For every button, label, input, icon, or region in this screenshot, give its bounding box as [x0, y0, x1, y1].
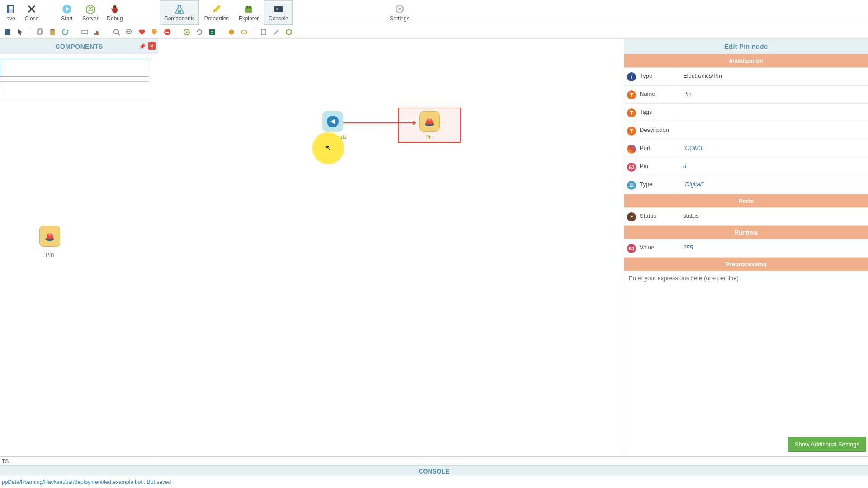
chart-icon[interactable] [92, 27, 102, 37]
prop-label: Pin [637, 158, 679, 176]
prop-value[interactable]: status [679, 208, 868, 225]
prop-row-status[interactable]: ✶ Status status [624, 208, 868, 226]
hex-icon[interactable] [284, 27, 294, 37]
refresh-icon[interactable] [60, 27, 70, 37]
prop-row-description[interactable]: T Description [624, 122, 868, 140]
paste-icon[interactable] [47, 27, 57, 37]
svg-rect-13 [178, 10, 181, 13]
prop-value[interactable] [679, 104, 868, 122]
svg-point-10 [113, 5, 116, 8]
prop-value[interactable]: 255 [679, 239, 868, 257]
svg-marker-29 [67, 29, 69, 32]
graph-canvas[interactable]: Commands Pin ↖ [158, 39, 624, 456]
excel-icon[interactable]: X [207, 27, 217, 37]
console-log-line: ppData/Roaming/Hackeet/usr/deployment/le… [0, 476, 868, 488]
prop-label: Port [637, 140, 679, 158]
target-icon[interactable] [182, 27, 192, 37]
strip-icon-1[interactable] [3, 27, 13, 37]
tab-explorer[interactable]: Explorer [234, 0, 263, 25]
copy-icon[interactable] [35, 27, 45, 37]
prop-value[interactable]: "COM3" [679, 140, 868, 158]
desc-row-icon: T [627, 127, 636, 136]
prop-value[interactable]: Pin [679, 86, 868, 103]
properties-title-text: Edit Pin node [725, 43, 768, 50]
pin-panel-icon[interactable]: 📌 [139, 43, 146, 50]
stop-icon[interactable] [162, 27, 172, 37]
preprocessing-textarea[interactable] [624, 271, 868, 343]
svg-rect-31 [94, 33, 96, 35]
svg-rect-53 [334, 119, 335, 124]
node-commands[interactable]: Commands [319, 111, 346, 140]
close-button[interactable]: Close [21, 0, 42, 25]
show-additional-button[interactable]: Show Additional Settings [788, 437, 866, 452]
svg-rect-33 [98, 32, 99, 35]
close-panel-icon[interactable]: ✕ [148, 42, 156, 50]
prop-row-name[interactable]: T Name Pin [624, 86, 868, 104]
section-ports: Ports [624, 194, 868, 208]
palette-item-pin[interactable]: Pin [36, 226, 63, 258]
settings-button[interactable]: Settings [385, 0, 414, 25]
svg-rect-30 [82, 30, 87, 34]
components-search-input[interactable] [0, 59, 149, 77]
save-icon [5, 4, 16, 14]
explorer-label: Explorer [239, 15, 259, 22]
tab-properties[interactable]: Properties [200, 0, 233, 25]
components-panel: COMPONENTS 📌 ✕ Pin [0, 39, 158, 456]
prop-row-tags[interactable]: T Tags [624, 104, 868, 122]
zoom-out-icon[interactable] [124, 27, 134, 37]
svg-rect-16 [245, 7, 252, 13]
start-button[interactable]: Start [56, 0, 78, 25]
server-button[interactable]: JS Server [79, 0, 102, 25]
components-palette: Pin [0, 226, 158, 258]
properties-panel-title: Edit Pin node [624, 39, 868, 54]
flask-icon [174, 4, 185, 14]
commands-node-icon [322, 111, 343, 132]
console-ts-label: TS [0, 457, 868, 465]
prop-row-type2[interactable]: ☰ Type "Digital" [624, 176, 868, 194]
prop-row-port[interactable]: Port "COM3" [624, 140, 868, 158]
svg-point-18 [249, 6, 251, 9]
svg-line-47 [274, 30, 278, 34]
prop-label: Type [637, 176, 679, 194]
node-pin[interactable]: Pin [419, 111, 440, 140]
prop-row-type: i Type Electronics/Pin [624, 68, 868, 86]
prop-row-value[interactable]: 60 Value 255 [624, 239, 868, 258]
components-panel-title: COMPONENTS 📌 ✕ [0, 39, 158, 54]
prop-value[interactable]: 8 [679, 158, 868, 176]
prop-value[interactable]: "Digital" [679, 176, 868, 194]
prop-label: Tags [637, 104, 679, 122]
cursor-tool-icon[interactable] [15, 27, 25, 37]
prop-value: Electronics/Pin [679, 68, 868, 85]
svg-rect-46 [261, 29, 266, 35]
tab-console[interactable]: >_ Console [264, 0, 293, 25]
rect-tool-icon[interactable] [80, 27, 90, 37]
debug-button[interactable]: Debug [103, 0, 127, 25]
svg-text:JS: JS [88, 7, 93, 12]
zoom-in-icon[interactable] [112, 27, 122, 37]
save-button[interactable]: ave [2, 0, 20, 25]
link-icon[interactable] [239, 27, 249, 37]
clipboard2-icon[interactable] [259, 27, 269, 37]
console-block: TS CONSOLE ppData/Roaming/Hackeet/usr/de… [0, 456, 868, 488]
components-filter-input[interactable] [0, 81, 149, 99]
tab-components[interactable]: Components [160, 0, 199, 25]
play-icon [61, 4, 72, 14]
prop-row-pin[interactable]: 60 Pin 8 [624, 158, 868, 176]
reload-icon[interactable] [194, 27, 204, 37]
cube-icon[interactable] [226, 27, 236, 37]
prop-label: Type [637, 68, 679, 85]
tag-icon[interactable] [150, 27, 160, 37]
wand-icon[interactable] [271, 27, 281, 37]
prop-label: Value [637, 239, 679, 257]
prop-value[interactable] [679, 122, 868, 140]
explorer-icon [243, 4, 254, 14]
heart-icon[interactable] [137, 27, 147, 37]
prop-label: Status [637, 208, 679, 225]
svg-text:>_: >_ [276, 7, 281, 11]
status-row-icon: ✶ [627, 212, 636, 221]
svg-point-50 [48, 233, 51, 236]
node-commands-label: Commands [319, 134, 346, 140]
node-pin-label: Pin [419, 134, 440, 140]
svg-rect-1 [9, 6, 13, 9]
name-row-icon: T [627, 90, 636, 99]
